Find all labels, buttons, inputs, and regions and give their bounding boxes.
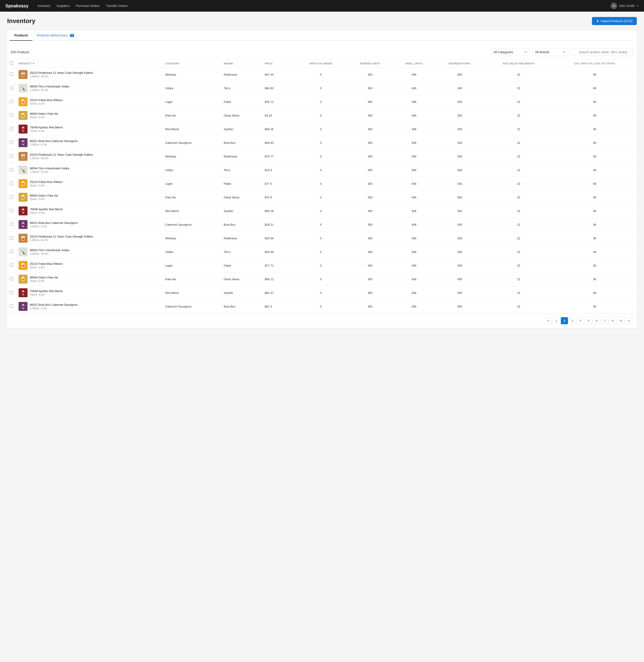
table-row: 🍷 86521 Bota Box Cabernet Sauvignon 3,00… — [7, 218, 637, 231]
table-row: 🍷 75648 Apothic Red Blend 750ml 5.6% Red… — [7, 204, 637, 218]
nav-user[interactable]: JS John Smith ▼ — [611, 2, 639, 9]
product-cell-6: 🥃 25223 Redbreast 12 Years Cask Strength… — [16, 150, 163, 163]
page-3-button[interactable]: 3 — [569, 317, 576, 324]
avg-sales-cell-12: 22 — [485, 231, 553, 245]
nav-suppliers[interactable]: Suppliers — [56, 4, 70, 7]
table-row: 🍷 75648 Apothic Red Blend 750ml 5.6% Red… — [7, 122, 637, 136]
row-checkbox-17[interactable] — [10, 304, 13, 308]
avail-units-cell-5: 406 — [393, 136, 435, 150]
row-checkbox-4[interactable] — [10, 127, 13, 130]
avail-units-cell-7: 406 — [393, 163, 435, 177]
row-checkbox-15[interactable] — [10, 277, 13, 280]
product-cell-13: 🍾 98564 Tito's Handmade Vodka 1,000ml 40… — [16, 245, 163, 259]
page-9-button[interactable]: 9 — [617, 317, 624, 324]
reorder-point-cell-1: 300 — [435, 82, 485, 95]
product-info-11: 86521 Bota Box Cabernet Sauvignon 3,000m… — [30, 221, 78, 228]
product-sub-5: 3,000ml 6.2% — [30, 143, 78, 146]
product-name-13: 98564 Tito's Handmade Vodka — [30, 249, 69, 252]
avg-sales-cell-7: 22 — [485, 163, 553, 177]
row-checkbox-11[interactable] — [10, 223, 13, 226]
page-2-button[interactable]: 2 — [561, 317, 568, 324]
page-4-button[interactable]: 4 — [577, 317, 584, 324]
category-cell-16: Red Blend — [163, 286, 221, 300]
bonded-units-cell-15: 300 — [347, 272, 393, 286]
row-checkbox-cell — [7, 245, 16, 259]
product-sub-15: 354ml 5.6% — [30, 279, 58, 283]
est-days-cell-4: 90 — [553, 122, 637, 136]
row-checkbox-2[interactable] — [10, 100, 13, 103]
est-days-cell-9: 90 — [553, 190, 637, 204]
avg-sales-cell-10: 22 — [485, 204, 553, 218]
product-name-8: 25223 Pabst Blue Ribbon — [30, 180, 63, 184]
col-category: CATEGORY — [163, 59, 221, 68]
category-cell-10: Red Blend — [163, 204, 221, 218]
nav-purchase-orders[interactable]: Purchase Orders — [76, 4, 99, 7]
product-info-10: 75648 Apothic Red Blend 750ml 5.6% — [30, 208, 63, 214]
table-row: 🍾 98564 Tito's Handmade Vodka 1,000ml 40… — [7, 82, 637, 95]
category-cell-12: Whiskey — [163, 231, 221, 245]
est-days-cell-16: 90 — [553, 286, 637, 300]
nav-transfer-orders[interactable]: Transfer Orders — [106, 4, 128, 7]
product-cell-15: 🍺 98564 Dale's Pale Ale 354ml 5.6% — [16, 272, 163, 286]
avail-units-cell-4: 406 — [393, 122, 435, 136]
product-cell-12: 🥃 25223 Redbreast 12 Years Cask Strength… — [16, 231, 163, 245]
category-cell-15: Pale Ale — [163, 272, 221, 286]
page-next-button[interactable]: » — [625, 317, 632, 324]
nav-inventory[interactable]: Inventory — [37, 4, 50, 7]
bonded-units-cell-14: 300 — [347, 259, 393, 272]
row-checkbox-12[interactable] — [10, 236, 13, 239]
page-8-button[interactable]: 8 — [609, 317, 616, 324]
row-checkbox-5[interactable] — [10, 141, 13, 144]
category-cell-11: Cabernet Sauvignon — [163, 218, 221, 231]
units-on-order-cell-13: 0 — [295, 245, 347, 259]
product-thumbnail-1: 🍾 — [19, 84, 27, 93]
category-filter[interactable]: All Categories Whiskey Vodka Lager Pale … — [490, 48, 530, 56]
row-checkbox-9[interactable] — [10, 195, 13, 199]
est-days-cell-15: 90 — [553, 272, 637, 286]
row-checkbox-10[interactable] — [10, 209, 13, 212]
table-row: 🥃 25223 Redbreast 12 Years Cask Strength… — [7, 231, 637, 245]
row-checkbox-1[interactable] — [10, 86, 13, 89]
brand-filter[interactable]: All Brands Redbreast Tito's Pabst Oskar … — [532, 48, 568, 56]
bonded-units-cell-11: 300 — [347, 218, 393, 231]
avg-sales-cell-15: 22 — [485, 272, 553, 286]
product-cell-17: 🍷 86521 Bota Box Cabernet Sauvignon 3,00… — [16, 300, 163, 313]
page-5-button[interactable]: 5 — [585, 317, 592, 324]
units-on-order-cell-5: 0 — [295, 136, 347, 150]
row-checkbox-6[interactable] — [10, 154, 13, 158]
product-sub-7: 1,000ml 40.0% — [30, 170, 69, 174]
import-products-button[interactable]: ⬆ Import Products (CSV) — [592, 17, 637, 25]
product-info-1: 98564 Tito's Handmade Vodka 1,000ml 40.0… — [30, 85, 69, 92]
product-name-17: 86521 Bota Box Cabernet Sauvignon — [30, 303, 78, 306]
page-7-button[interactable]: 7 — [601, 317, 608, 324]
units-on-order-cell-6: 0 — [295, 150, 347, 163]
row-checkbox-16[interactable] — [10, 291, 13, 294]
row-checkbox-cell — [7, 150, 16, 163]
row-checkbox-7[interactable] — [10, 168, 13, 171]
page-prev-button[interactable]: « — [545, 317, 552, 324]
bonded-units-cell-0: 300 — [347, 68, 393, 82]
row-checkbox-0[interactable] — [10, 72, 13, 76]
search-input[interactable] — [571, 48, 633, 56]
product-cell-16: 🍷 75648 Apothic Red Blend 750ml 5.6% — [16, 286, 163, 300]
row-checkbox-13[interactable] — [10, 250, 13, 253]
page-6-button[interactable]: 6 — [593, 317, 600, 324]
tab-products[interactable]: Products — [10, 30, 32, 41]
price-cell-16: $64.47 — [262, 286, 295, 300]
table-row: 🍺 98564 Dale's Pale Ale 354ml 5.6% Pale … — [7, 109, 637, 122]
brand-cell-0: Redbreast — [221, 68, 262, 82]
avg-sales-cell-1: 22 — [485, 82, 553, 95]
units-on-order-cell-0: 0 — [295, 68, 347, 82]
product-cell-14: 🍺 25223 Pabst Blue Ribbon 354ml 5.6% — [16, 259, 163, 272]
row-checkbox-3[interactable] — [10, 113, 13, 117]
page-1-button[interactable]: 1 — [553, 317, 560, 324]
row-checkbox-8[interactable] — [10, 182, 13, 185]
bonded-units-cell-6: 300 — [347, 150, 393, 163]
col-product[interactable]: PRODUCT ▼ — [16, 59, 163, 68]
row-checkbox-14[interactable] — [10, 264, 13, 267]
select-all-checkbox[interactable] — [10, 62, 13, 65]
reorder-point-cell-9: 300 — [435, 190, 485, 204]
tab-products-without-price[interactable]: Products without price 6 — [32, 30, 79, 41]
brand-cell-16: Apothic — [221, 286, 262, 300]
product-sub-2: 354ml 5.6% — [30, 102, 63, 105]
